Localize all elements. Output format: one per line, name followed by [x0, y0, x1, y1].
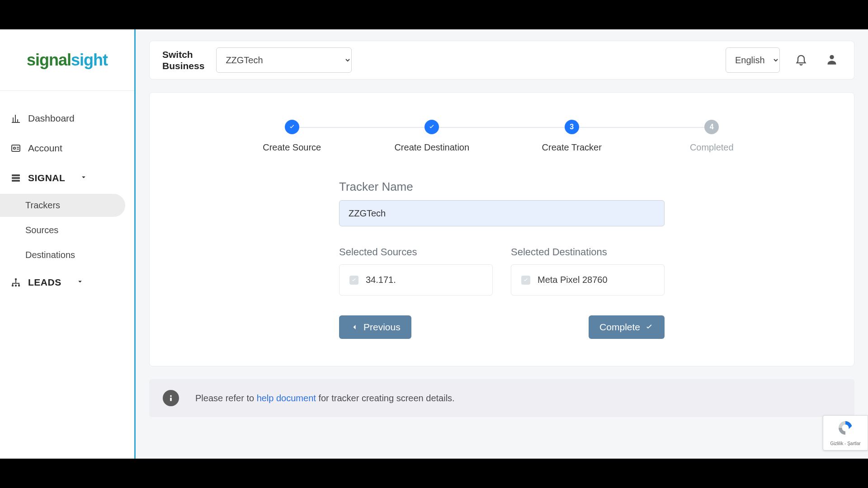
sidebar-item-trackers[interactable]: Trackers: [0, 194, 125, 217]
check-icon: [351, 277, 357, 283]
svg-rect-8: [18, 285, 20, 286]
stepper: Create Source Create Destination 3 Creat…: [222, 120, 782, 153]
sidebar-item-destinations[interactable]: Destinations: [0, 244, 134, 267]
info-bar: Please refer to help document for tracke…: [149, 379, 854, 417]
recaptcha-footer: Gizlilik - Şartlar: [830, 441, 860, 446]
sidebar-item-label: Dashboard: [28, 113, 75, 124]
brand-logo: signalsight: [0, 29, 134, 90]
svg-point-1: [14, 147, 16, 150]
tracker-name-label: Tracker Name: [339, 180, 665, 194]
sidebar-section-leads[interactable]: LEADS: [0, 268, 134, 296]
svg-point-10: [170, 395, 172, 397]
chevron-left-icon: [350, 323, 359, 332]
chevron-down-icon: [76, 277, 84, 288]
checkbox-disabled: [521, 276, 530, 285]
step-create-source: Create Source: [222, 120, 362, 153]
sidebar-section-label: LEADS: [28, 277, 61, 288]
switch-business-label: Switch Business: [162, 49, 204, 71]
sidebar: signalsight Dashboard Ac: [0, 29, 136, 459]
sidebar-item-sources[interactable]: Sources: [0, 219, 134, 242]
notifications-button[interactable]: [792, 51, 811, 70]
selected-sources-label: Selected Sources: [339, 246, 493, 258]
step-circle-disabled: 4: [704, 120, 719, 134]
step-create-destination: Create Destination: [362, 120, 502, 153]
sidebar-item-label: Trackers: [25, 200, 60, 210]
form-area: Tracker Name Selected Sources 34.171.: [339, 180, 665, 339]
check-icon: [428, 123, 435, 131]
step-label: Completed: [690, 142, 734, 153]
sitemap-icon: [10, 277, 22, 288]
svg-rect-3: [12, 177, 20, 179]
destination-item: Meta Pixel 28760: [511, 264, 665, 296]
source-item-label: 34.171.: [366, 275, 396, 285]
step-circle-active: 3: [565, 120, 579, 134]
info-icon: [163, 390, 179, 406]
sidebar-item-label: Destinations: [25, 250, 75, 260]
letterbox-bottom: [0, 459, 868, 488]
help-document-link[interactable]: help document: [257, 393, 316, 403]
info-glyph-icon: [166, 393, 176, 403]
svg-rect-11: [170, 398, 172, 401]
selected-sources-column: Selected Sources 34.171.: [339, 246, 493, 296]
sidebar-item-label: Sources: [25, 225, 58, 235]
svg-point-9: [830, 55, 834, 59]
business-select[interactable]: ZZGTech: [216, 47, 352, 73]
previous-button[interactable]: Previous: [339, 315, 411, 339]
sidebar-divider: [0, 90, 134, 91]
complete-button-label: Complete: [599, 322, 640, 333]
bar-chart-icon: [10, 113, 22, 124]
sidebar-section-signal[interactable]: SIGNAL: [0, 164, 134, 192]
wizard-card: Create Source Create Destination 3 Creat…: [149, 92, 854, 366]
brand-part1: signal: [27, 51, 71, 69]
step-completed: 4 Completed: [642, 120, 782, 153]
recaptcha-badge: Gizlilik - Şartlar: [823, 415, 868, 450]
selected-destinations-label: Selected Destinations: [511, 246, 665, 258]
content-area: Switch Business ZZGTech English: [136, 29, 868, 459]
brand-part2: sight: [71, 51, 108, 69]
account-card-icon: [10, 142, 22, 154]
profile-button[interactable]: [822, 51, 841, 70]
step-label: Create Tracker: [542, 142, 602, 153]
svg-rect-7: [15, 285, 17, 286]
recaptcha-icon: [836, 420, 854, 439]
step-create-tracker: 3 Create Tracker: [502, 120, 642, 153]
svg-rect-6: [12, 285, 14, 286]
step-label: Create Destination: [394, 142, 469, 153]
svg-rect-4: [12, 180, 20, 182]
header-card: Switch Business ZZGTech English: [149, 41, 854, 80]
complete-button[interactable]: Complete: [589, 315, 665, 339]
svg-rect-5: [15, 278, 17, 280]
sidebar-item-account[interactable]: Account: [0, 134, 134, 162]
sidebar-item-dashboard[interactable]: Dashboard: [0, 104, 134, 132]
destination-item-label: Meta Pixel 28760: [538, 275, 608, 285]
server-icon: [10, 172, 22, 184]
step-circle-done: [425, 120, 439, 134]
language-select[interactable]: English: [726, 47, 780, 73]
sidebar-section-label: SIGNAL: [28, 173, 65, 183]
selected-destinations-column: Selected Destinations Meta Pixel 28760: [511, 246, 665, 296]
step-label: Create Source: [263, 142, 321, 153]
source-item: 34.171.: [339, 264, 493, 296]
check-icon: [288, 123, 296, 131]
bell-icon: [795, 53, 807, 67]
check-icon: [523, 277, 529, 283]
svg-rect-2: [12, 174, 20, 176]
check-icon: [645, 323, 654, 332]
user-icon: [826, 53, 838, 67]
chevron-down-icon: [80, 173, 88, 183]
info-text: Please refer to help document for tracke…: [195, 393, 455, 404]
checkbox-disabled: [349, 276, 359, 285]
previous-button-label: Previous: [363, 322, 401, 333]
sidebar-nav: Dashboard Account SIGNAL: [0, 104, 134, 296]
step-circle-done: [285, 120, 299, 134]
letterbox-top: [0, 0, 868, 29]
sidebar-item-label: Account: [28, 143, 62, 154]
app-viewport: signalsight Dashboard Ac: [0, 29, 868, 459]
tracker-name-input[interactable]: [339, 200, 665, 226]
